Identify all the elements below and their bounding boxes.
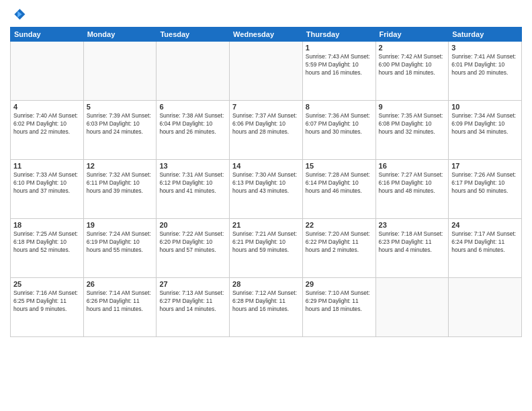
calendar: SundayMondayTuesdayWednesdayThursdayFrid… bbox=[10, 27, 522, 337]
day-number: 25 bbox=[13, 280, 81, 288]
day-info: Sunrise: 7:28 AM Sunset: 6:14 PM Dayligh… bbox=[306, 171, 373, 195]
day-info: Sunrise: 7:43 AM Sunset: 5:59 PM Dayligh… bbox=[306, 53, 373, 77]
day-info: Sunrise: 7:26 AM Sunset: 6:17 PM Dayligh… bbox=[451, 171, 519, 195]
day-number: 7 bbox=[232, 103, 300, 111]
day-info: Sunrise: 7:10 AM Sunset: 6:29 PM Dayligh… bbox=[306, 289, 373, 314]
day-number: 6 bbox=[159, 103, 226, 111]
day-cell: 11Sunrise: 7:33 AM Sunset: 6:10 PM Dayli… bbox=[11, 160, 84, 219]
day-number: 17 bbox=[451, 162, 519, 170]
week-row-5: 25Sunrise: 7:16 AM Sunset: 6:25 PM Dayli… bbox=[11, 278, 522, 337]
day-number: 29 bbox=[306, 280, 373, 288]
day-cell: 16Sunrise: 7:27 AM Sunset: 6:16 PM Dayli… bbox=[375, 160, 449, 219]
day-info: Sunrise: 7:30 AM Sunset: 6:13 PM Dayligh… bbox=[232, 171, 300, 195]
day-number: 20 bbox=[159, 221, 226, 229]
day-info: Sunrise: 7:42 AM Sunset: 6:00 PM Dayligh… bbox=[379, 53, 446, 77]
header-row: SundayMondayTuesdayWednesdayThursdayFrid… bbox=[11, 28, 522, 42]
header bbox=[10, 7, 522, 23]
day-number: 14 bbox=[232, 162, 300, 170]
week-row-3: 11Sunrise: 7:33 AM Sunset: 6:10 PM Dayli… bbox=[11, 160, 522, 219]
day-cell: 8Sunrise: 7:36 AM Sunset: 6:07 PM Daylig… bbox=[302, 101, 375, 160]
day-cell: 28Sunrise: 7:12 AM Sunset: 6:28 PM Dayli… bbox=[230, 278, 303, 337]
day-info: Sunrise: 7:41 AM Sunset: 6:01 PM Dayligh… bbox=[451, 53, 519, 77]
day-cell: 12Sunrise: 7:32 AM Sunset: 6:11 PM Dayli… bbox=[83, 160, 157, 219]
day-cell bbox=[230, 42, 303, 101]
day-cell: 5Sunrise: 7:39 AM Sunset: 6:03 PM Daylig… bbox=[83, 101, 157, 160]
day-number: 26 bbox=[87, 280, 154, 288]
day-info: Sunrise: 7:38 AM Sunset: 6:04 PM Dayligh… bbox=[159, 112, 226, 136]
day-cell bbox=[449, 278, 522, 337]
logo bbox=[10, 7, 29, 23]
day-info: Sunrise: 7:21 AM Sunset: 6:21 PM Dayligh… bbox=[232, 230, 300, 255]
day-info: Sunrise: 7:34 AM Sunset: 6:09 PM Dayligh… bbox=[451, 112, 519, 136]
day-info: Sunrise: 7:31 AM Sunset: 6:12 PM Dayligh… bbox=[159, 171, 226, 195]
day-number: 11 bbox=[13, 162, 81, 170]
day-info: Sunrise: 7:16 AM Sunset: 6:25 PM Dayligh… bbox=[13, 289, 81, 314]
col-header-wednesday: Wednesday bbox=[230, 28, 303, 42]
day-cell: 29Sunrise: 7:10 AM Sunset: 6:29 PM Dayli… bbox=[302, 278, 375, 337]
week-row-2: 4Sunrise: 7:40 AM Sunset: 6:02 PM Daylig… bbox=[11, 101, 522, 160]
day-info: Sunrise: 7:36 AM Sunset: 6:07 PM Dayligh… bbox=[306, 112, 373, 136]
day-info: Sunrise: 7:17 AM Sunset: 6:24 PM Dayligh… bbox=[451, 230, 519, 255]
day-cell: 25Sunrise: 7:16 AM Sunset: 6:25 PM Dayli… bbox=[11, 278, 84, 337]
day-info: Sunrise: 7:13 AM Sunset: 6:27 PM Dayligh… bbox=[159, 289, 226, 314]
col-header-monday: Monday bbox=[83, 28, 157, 42]
day-cell: 9Sunrise: 7:35 AM Sunset: 6:08 PM Daylig… bbox=[375, 101, 449, 160]
day-info: Sunrise: 7:12 AM Sunset: 6:28 PM Dayligh… bbox=[232, 289, 300, 314]
day-cell: 6Sunrise: 7:38 AM Sunset: 6:04 PM Daylig… bbox=[157, 101, 230, 160]
day-number: 5 bbox=[87, 103, 154, 111]
col-header-tuesday: Tuesday bbox=[157, 28, 230, 42]
day-cell: 4Sunrise: 7:40 AM Sunset: 6:02 PM Daylig… bbox=[11, 101, 84, 160]
day-cell: 10Sunrise: 7:34 AM Sunset: 6:09 PM Dayli… bbox=[449, 101, 522, 160]
day-info: Sunrise: 7:24 AM Sunset: 6:19 PM Dayligh… bbox=[87, 230, 154, 255]
day-number: 16 bbox=[379, 162, 446, 170]
day-cell: 13Sunrise: 7:31 AM Sunset: 6:12 PM Dayli… bbox=[157, 160, 230, 219]
day-number: 13 bbox=[159, 162, 226, 170]
day-cell bbox=[11, 42, 84, 101]
day-cell: 27Sunrise: 7:13 AM Sunset: 6:27 PM Dayli… bbox=[157, 278, 230, 337]
day-cell: 26Sunrise: 7:14 AM Sunset: 6:26 PM Dayli… bbox=[83, 278, 157, 337]
day-info: Sunrise: 7:25 AM Sunset: 6:18 PM Dayligh… bbox=[13, 230, 81, 255]
day-number: 21 bbox=[232, 221, 300, 229]
day-info: Sunrise: 7:33 AM Sunset: 6:10 PM Dayligh… bbox=[13, 171, 81, 195]
col-header-thursday: Thursday bbox=[302, 28, 375, 42]
day-cell: 1Sunrise: 7:43 AM Sunset: 5:59 PM Daylig… bbox=[302, 42, 375, 101]
day-number: 10 bbox=[451, 103, 519, 111]
day-info: Sunrise: 7:20 AM Sunset: 6:22 PM Dayligh… bbox=[306, 230, 373, 255]
day-info: Sunrise: 7:32 AM Sunset: 6:11 PM Dayligh… bbox=[87, 171, 154, 195]
day-cell: 18Sunrise: 7:25 AM Sunset: 6:18 PM Dayli… bbox=[11, 219, 84, 278]
day-cell: 2Sunrise: 7:42 AM Sunset: 6:00 PM Daylig… bbox=[375, 42, 449, 101]
day-number: 18 bbox=[13, 221, 81, 229]
day-info: Sunrise: 7:18 AM Sunset: 6:23 PM Dayligh… bbox=[379, 230, 446, 255]
day-number: 12 bbox=[87, 162, 154, 170]
day-info: Sunrise: 7:40 AM Sunset: 6:02 PM Dayligh… bbox=[13, 112, 81, 136]
page: SundayMondayTuesdayWednesdayThursdayFrid… bbox=[0, 0, 532, 411]
day-number: 27 bbox=[159, 280, 226, 288]
day-cell: 24Sunrise: 7:17 AM Sunset: 6:24 PM Dayli… bbox=[449, 219, 522, 278]
day-cell: 17Sunrise: 7:26 AM Sunset: 6:17 PM Dayli… bbox=[449, 160, 522, 219]
day-number: 23 bbox=[379, 221, 446, 229]
col-header-saturday: Saturday bbox=[449, 28, 522, 42]
day-info: Sunrise: 7:27 AM Sunset: 6:16 PM Dayligh… bbox=[379, 171, 446, 195]
day-cell: 3Sunrise: 7:41 AM Sunset: 6:01 PM Daylig… bbox=[449, 42, 522, 101]
day-cell: 7Sunrise: 7:37 AM Sunset: 6:06 PM Daylig… bbox=[230, 101, 303, 160]
day-number: 15 bbox=[306, 162, 373, 170]
day-number: 2 bbox=[379, 44, 446, 52]
day-cell bbox=[157, 42, 230, 101]
day-number: 3 bbox=[451, 44, 519, 52]
day-number: 28 bbox=[232, 280, 300, 288]
day-number: 8 bbox=[306, 103, 373, 111]
week-row-4: 18Sunrise: 7:25 AM Sunset: 6:18 PM Dayli… bbox=[11, 219, 522, 278]
day-cell: 15Sunrise: 7:28 AM Sunset: 6:14 PM Dayli… bbox=[302, 160, 375, 219]
day-cell: 23Sunrise: 7:18 AM Sunset: 6:23 PM Dayli… bbox=[375, 219, 449, 278]
day-info: Sunrise: 7:37 AM Sunset: 6:06 PM Dayligh… bbox=[232, 112, 300, 136]
day-number: 22 bbox=[306, 221, 373, 229]
day-info: Sunrise: 7:39 AM Sunset: 6:03 PM Dayligh… bbox=[87, 112, 154, 136]
day-number: 1 bbox=[306, 44, 373, 52]
day-cell: 14Sunrise: 7:30 AM Sunset: 6:13 PM Dayli… bbox=[230, 160, 303, 219]
day-number: 4 bbox=[13, 103, 81, 111]
day-cell: 21Sunrise: 7:21 AM Sunset: 6:21 PM Dayli… bbox=[230, 219, 303, 278]
day-cell bbox=[83, 42, 157, 101]
day-number: 24 bbox=[451, 221, 519, 229]
day-info: Sunrise: 7:35 AM Sunset: 6:08 PM Dayligh… bbox=[379, 112, 446, 136]
day-number: 9 bbox=[379, 103, 446, 111]
